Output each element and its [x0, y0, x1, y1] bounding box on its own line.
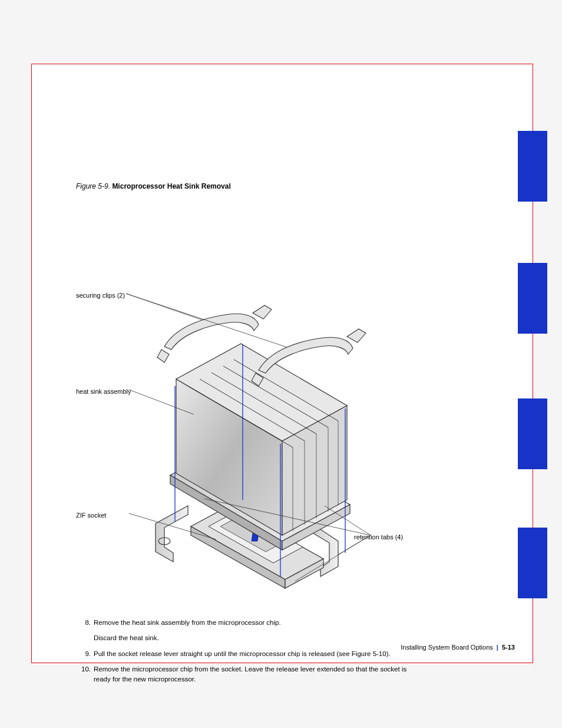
step-8: 8. Remove the heat sink assembly from th… — [94, 618, 418, 628]
heatsink-diagram: securing clips (2) heat sink assembly re… — [76, 196, 418, 609]
footer-separator: | — [495, 644, 500, 651]
page-footer: Installing System Board Options | 5-13 — [401, 644, 515, 651]
step-number: 8. — [76, 618, 91, 628]
step-10: 10. Remove the microprocessor chip from … — [94, 664, 418, 685]
step-number: 10. — [76, 664, 91, 674]
side-tab-1 — [518, 131, 547, 202]
page-border: Figure 5-9. Microprocessor Heat Sink Rem… — [31, 64, 533, 663]
step-text: Remove the heat sink assembly from the m… — [94, 619, 281, 626]
steps-list: 8. Remove the heat sink assembly from th… — [76, 618, 418, 684]
heatsink-illustration — [105, 261, 412, 627]
figure-number: Figure 5-9. — [76, 182, 110, 190]
callout-zif-socket: ZIF socket — [76, 512, 106, 519]
retention-bracket-left — [156, 506, 188, 562]
figure-title: Microprocessor Heat Sink Removal — [112, 182, 230, 190]
step-text: Discard the heat sink. — [94, 634, 159, 641]
content-area: Figure 5-9. Microprocessor Heat Sink Rem… — [76, 182, 418, 690]
side-tab-3 — [518, 398, 547, 469]
step-8b: Discard the heat sink. — [94, 633, 418, 643]
side-tab-4 — [518, 528, 547, 598]
page-number: 5-13 — [502, 644, 515, 651]
side-tab-2 — [518, 263, 547, 334]
step-9: 9. Pull the socket release lever straigh… — [94, 649, 418, 659]
step-text: Pull the socket release lever straight u… — [94, 650, 391, 657]
heatsink-fins — [176, 344, 347, 535]
step-text: Remove the microprocessor chip from the … — [94, 666, 406, 683]
footer-text: Installing System Board Options — [401, 644, 493, 651]
step-number: 9. — [76, 649, 91, 659]
figure-label: Figure 5-9. Microprocessor Heat Sink Rem… — [76, 182, 418, 190]
